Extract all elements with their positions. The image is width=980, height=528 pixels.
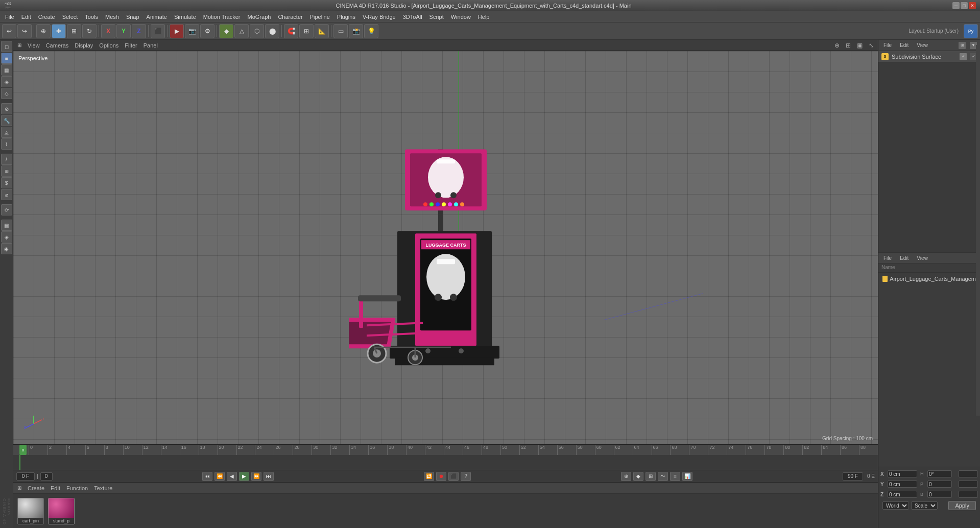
menu-item-window[interactable]: Window <box>448 13 474 21</box>
z-axis-button[interactable]: Z <box>132 24 146 38</box>
start-frame-input[interactable] <box>40 472 53 481</box>
timeline-track[interactable] <box>13 455 878 470</box>
x-axis-button[interactable]: X <box>101 24 115 38</box>
close-button[interactable]: ✕ <box>969 2 976 9</box>
left-tool-17[interactable]: ◉ <box>1 243 12 254</box>
redo-button[interactable]: ↪ <box>17 24 32 38</box>
scene-tab-file[interactable]: File <box>881 254 894 262</box>
scale-dropdown[interactable]: Scale <box>911 501 938 510</box>
menu-item-pipeline[interactable]: Pipeline <box>307 13 333 21</box>
scale-tool-button[interactable]: ⊞ <box>67 24 81 38</box>
motion-path-button[interactable]: 〜 <box>658 472 668 481</box>
coord-y-input[interactable] <box>888 481 917 488</box>
viewport-canvas[interactable]: Perspective Grid Spacing : 100 cm <box>13 51 878 444</box>
coord-z-input[interactable] <box>888 491 917 498</box>
scene-tree[interactable]: Airport_Luggage_Carts_Managem <box>878 273 980 467</box>
go-to-start-button[interactable]: ⏮ <box>202 472 212 481</box>
materials-menu-texture[interactable]: Texture <box>94 485 112 491</box>
left-tool-15[interactable]: ▦ <box>1 220 12 231</box>
end-frame-input[interactable] <box>843 472 863 481</box>
coord-extra-3[interactable] <box>959 491 978 498</box>
right-scrollbar[interactable] <box>976 45 980 416</box>
materials-menu-edit[interactable]: Edit <box>51 485 60 491</box>
right-tab-file[interactable]: File <box>881 41 894 49</box>
quantize-button[interactable]: 📐 <box>315 24 329 38</box>
world-dropdown[interactable]: World <box>882 501 909 510</box>
record-button[interactable]: ⏺ <box>436 472 446 481</box>
materials-menu-create[interactable]: Create <box>28 485 44 491</box>
coord-p-input[interactable] <box>927 481 952 488</box>
render-region-button[interactable]: ⬛ <box>151 24 165 38</box>
sub-check-1[interactable]: ✓ <box>960 53 967 60</box>
left-tool-6[interactable]: ⊘ <box>1 103 12 114</box>
scene-item-airport[interactable]: Airport_Luggage_Carts_Managem <box>880 275 978 283</box>
minimize-button[interactable]: ─ <box>952 2 960 9</box>
timeline-view-button[interactable]: ⊞ <box>646 472 656 481</box>
right-panel-icon-1[interactable]: ⊞ <box>959 42 966 49</box>
stop-button[interactable]: ⬛ <box>448 472 459 481</box>
maximize-button[interactable]: □ <box>961 2 968 9</box>
snap-to-grid-button[interactable]: ⊞ <box>299 24 314 38</box>
object-mode-button[interactable]: ◆ <box>219 24 233 38</box>
menu-item-3dtoall[interactable]: 3DToAll <box>400 13 425 21</box>
viewport-nav-icon-4[interactable]: ⤡ <box>869 42 874 49</box>
coord-b-input[interactable] <box>927 491 952 498</box>
material-cart-pin[interactable]: cart_pin <box>17 498 44 524</box>
go-to-end-button[interactable]: ⏭ <box>264 472 274 481</box>
add-keyframe-button[interactable]: ⊕ <box>621 472 631 481</box>
coord-x-input[interactable] <box>888 470 917 477</box>
menu-item-edit[interactable]: Edit <box>18 13 34 21</box>
viewport-nav-icon-1[interactable]: ⊕ <box>834 42 840 49</box>
timeline-ruler[interactable]: 0 02468101214161820222426283032343638404… <box>13 445 878 455</box>
menu-item-mesh[interactable]: Mesh <box>102 13 122 21</box>
left-tool-7[interactable]: 🔧 <box>1 115 12 126</box>
right-tab-view[interactable]: View <box>915 41 930 49</box>
viewport-menu-cameras[interactable]: Cameras <box>46 42 69 49</box>
play-reverse-button[interactable]: ◀ <box>227 472 237 481</box>
live-selection-button[interactable]: ⊕ <box>36 24 51 38</box>
current-frame-input[interactable] <box>16 472 35 481</box>
next-frame-button[interactable]: ⏩ <box>251 472 261 481</box>
menu-item-select[interactable]: Select <box>59 13 81 21</box>
loop-button[interactable]: 🔁 <box>424 472 434 481</box>
viewport-menu-panel[interactable]: Panel <box>144 42 158 49</box>
menu-item-tools[interactable]: Tools <box>82 13 101 21</box>
apply-button[interactable]: Apply <box>948 501 976 510</box>
scene-tab-edit[interactable]: Edit <box>898 254 911 262</box>
point-mode-button[interactable]: ⬤ <box>265 24 279 38</box>
prev-frame-button[interactable]: ⏪ <box>214 472 225 481</box>
menu-item-simulate[interactable]: Simulate <box>171 13 199 21</box>
move-tool-button[interactable]: ✚ <box>52 24 66 38</box>
viewport-menu-display[interactable]: Display <box>75 42 93 49</box>
menu-item-mograph[interactable]: MoGraph <box>245 13 274 21</box>
menu-item-motion-tracker[interactable]: Motion Tracker <box>200 13 244 21</box>
play-button[interactable]: ▶ <box>239 472 249 481</box>
viewport-menu-options[interactable]: Options <box>99 42 118 49</box>
materials-menu-function[interactable]: Function <box>66 485 88 491</box>
material-stand-p[interactable]: stand_p <box>48 498 75 524</box>
left-tool-8[interactable]: ◬ <box>1 127 12 138</box>
left-tool-2[interactable]: ■ <box>1 53 12 64</box>
coord-h-input[interactable] <box>927 470 952 477</box>
light-button[interactable]: 💡 <box>364 24 378 38</box>
left-tool-9[interactable]: ⌇ <box>1 138 12 150</box>
left-tool-3[interactable]: ▦ <box>1 64 12 76</box>
f-curve-button[interactable]: 📊 <box>682 472 692 481</box>
left-tool-12[interactable]: $ <box>1 177 12 188</box>
viewport-nav-icon-3[interactable]: ▣ <box>857 42 863 49</box>
menu-item-create[interactable]: Create <box>35 13 58 21</box>
right-tab-edit[interactable]: Edit <box>898 41 911 49</box>
left-tool-5[interactable]: ◇ <box>1 88 12 99</box>
menu-item-animate[interactable]: Animate <box>144 13 170 21</box>
menu-item-v-ray-bridge[interactable]: V-Ray Bridge <box>360 13 399 21</box>
y-axis-button[interactable]: Y <box>116 24 131 38</box>
polygon-mode-button[interactable]: △ <box>234 24 249 38</box>
floor-button[interactable]: ▭ <box>333 24 348 38</box>
render-settings-button[interactable]: ⚙ <box>200 24 214 38</box>
edge-mode-button[interactable]: ⬡ <box>250 24 264 38</box>
viewport-nav-icon-2[interactable]: ⊞ <box>846 42 851 49</box>
menu-item-snap[interactable]: Snap <box>123 13 142 21</box>
coord-extra-2[interactable] <box>959 481 978 488</box>
left-tool-11[interactable]: ≋ <box>1 165 12 177</box>
camera-button[interactable]: 📸 <box>349 24 363 38</box>
